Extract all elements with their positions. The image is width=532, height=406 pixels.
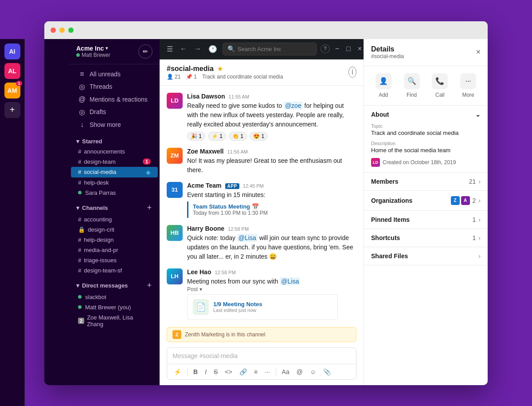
channel-item-sara-parras[interactable]: Sara Parras <box>71 188 158 198</box>
channel-item-media-and-pr[interactable]: # media-and-pr <box>71 245 158 255</box>
back-icon[interactable]: ← <box>178 43 189 55</box>
maximize-window-button[interactable] <box>68 28 74 33</box>
topic-value: Track and coordinate social media <box>371 130 481 136</box>
compose-button[interactable]: ✏ <box>138 44 153 59</box>
sidebar-item-threads[interactable]: ◎ Threads <box>71 80 158 93</box>
strikethrough-button[interactable]: S <box>211 367 220 377</box>
call-action-button[interactable]: 📞 Call <box>432 73 448 98</box>
members-row[interactable]: Members 21 › <box>364 173 488 191</box>
channel-item-help-desk[interactable]: # help-desk <box>71 177 158 188</box>
reaction-item[interactable]: 😍 1 <box>250 132 268 141</box>
channel-item-triage-issues[interactable]: # triage-issues <box>71 255 158 265</box>
channel-item-design-team-sf[interactable]: # design-team-sf <box>71 265 158 276</box>
add-dm-button[interactable]: + <box>146 281 153 290</box>
hash-icon: # <box>78 148 81 155</box>
message-text: Quick note: today @Lisa will join our te… <box>187 233 356 261</box>
zenith-icon: Z <box>172 330 181 339</box>
minimize-icon[interactable]: − <box>333 43 341 55</box>
emoji-button[interactable]: ☺ <box>308 367 318 377</box>
event-time: Today from 1:00 PM to 1:30 PM <box>193 210 352 216</box>
message-time: 12:45 PM <box>243 183 264 189</box>
sidebar-nav: ≡ All unreads ◎ Threads @ Mentions & rea… <box>69 64 160 134</box>
dm-item-slackbot[interactable]: slackbot <box>71 292 158 302</box>
find-action-button[interactable]: 🔍 Find <box>404 73 420 98</box>
sidebar-item-mentions[interactable]: @ Mentions & reactions <box>71 93 158 106</box>
shortcuts-row[interactable]: Shortcuts 1 › <box>364 229 488 247</box>
org-badges: Z A <box>451 196 470 205</box>
file-info: 1/9 Meeting Notes Last edited just now <box>213 301 332 313</box>
message-input[interactable] <box>167 348 356 364</box>
message-text: Really need to give some kudos to @zoe f… <box>187 101 356 129</box>
maximize-icon[interactable]: □ <box>344 43 352 55</box>
sidebar-item-drafts[interactable]: ◎ Drafts <box>71 106 158 118</box>
shared-files-row[interactable]: Shared Files › <box>364 247 488 265</box>
list-button[interactable]: ≡ <box>252 367 260 377</box>
topic-field: Topic Track and coordinate social media <box>371 123 481 136</box>
org-badge-1: Z <box>451 196 460 205</box>
details-header: Details #social-media × <box>364 39 488 66</box>
forward-icon[interactable]: → <box>192 43 203 55</box>
italic-button[interactable]: I <box>203 367 209 377</box>
search-bar[interactable]: 🔍 <box>223 43 317 55</box>
channel-item-design-team[interactable]: # design-team 1 <box>71 157 158 167</box>
close-app-icon[interactable]: × <box>356 43 364 55</box>
details-actions: 👤 Add 🔍 Find 📞 Call ··· More <box>364 66 488 106</box>
file-name[interactable]: 1/9 Meeting Notes <box>213 301 332 307</box>
sidebar-item-all-unreads[interactable]: ≡ All unreads <box>71 68 158 80</box>
search-input[interactable] <box>238 43 312 55</box>
history-icon[interactable]: 🕐 <box>207 43 219 55</box>
post-label[interactable]: Post ▾ <box>187 286 356 292</box>
dm-section-header[interactable]: ▾ Direct messages + <box>69 279 160 292</box>
dm-item-matt-brewer[interactable]: Matt Brewer (you) <box>71 302 158 312</box>
channel-item-social-media[interactable]: # social-media ◈ <box>71 167 158 177</box>
channels-section-header[interactable]: ▾ Channels + <box>69 201 160 214</box>
code-button[interactable]: <> <box>223 367 234 377</box>
channel-item-design-crit[interactable]: 🔒 design-crit <box>71 225 158 235</box>
avatar: ZM <box>167 148 183 164</box>
more-formatting-button[interactable]: ··· <box>262 367 272 377</box>
app-badge: APP <box>225 183 239 189</box>
toolbar-separator <box>276 368 276 375</box>
close-window-button[interactable] <box>51 28 56 33</box>
about-toggle[interactable]: About ⌄ <box>364 106 488 123</box>
chevron-right-icon: › <box>478 234 481 241</box>
text-size-button[interactable]: Aa <box>280 367 292 377</box>
pinned-items-row[interactable]: Pinned Items 1 › <box>364 211 488 229</box>
message-body: Harry Boone 12:58 PM Quick note: today @… <box>187 225 356 261</box>
starred-section-header[interactable]: ▾ Starred <box>69 136 160 146</box>
hamburger-icon[interactable]: ☰ <box>165 43 175 55</box>
reaction-item[interactable]: ⚡ 1 <box>208 132 226 141</box>
bold-button[interactable]: B <box>191 367 200 377</box>
channel-item-announcements[interactable]: # announcements <box>71 146 158 157</box>
link-button[interactable]: 🔗 <box>237 367 249 377</box>
dm-item-zoe-lisa[interactable]: 2 Zoe Maxwell, Lisa Zhang <box>71 312 158 329</box>
reaction-item[interactable]: 🎉 1 <box>187 132 205 141</box>
channel-item-accounting[interactable]: # accounting <box>71 214 158 225</box>
lightning-button[interactable]: ⚡ <box>172 367 184 377</box>
avatar: LD <box>167 93 183 109</box>
details-close-button[interactable]: × <box>476 47 481 57</box>
organizations-row[interactable]: Organizations Z A 2 › <box>364 191 488 211</box>
minimize-window-button[interactable] <box>59 28 65 33</box>
sidebar-item-show-more[interactable]: ↓ Show more <box>71 118 158 131</box>
channel-item-help-design[interactable]: # help-design <box>71 235 158 245</box>
attach-button[interactable]: 📎 <box>321 367 333 377</box>
channel-title: #social-media ★ <box>167 65 283 73</box>
chevron-right-icon: › <box>478 178 481 185</box>
more-action-button[interactable]: ··· More <box>460 73 476 98</box>
add-action-icon: 👤 <box>376 73 391 89</box>
hash-icon: # <box>78 179 81 186</box>
mention: @zoe <box>284 102 303 110</box>
mention-button[interactable]: @ <box>294 367 305 377</box>
help-icon[interactable]: ? <box>321 44 330 53</box>
reaction-item[interactable]: 👏 1 <box>229 132 247 141</box>
hash-icon: # <box>78 247 81 253</box>
workspace-info[interactable]: Acme Inc ▾ Matt Brewer <box>76 45 110 58</box>
message-author: Zoe Maxwell <box>187 148 223 155</box>
star-icon[interactable]: ★ <box>217 65 223 72</box>
more-action-label: More <box>462 92 474 98</box>
created-by: LD Created on October 18th, 2019 <box>371 158 481 167</box>
info-icon[interactable]: i <box>348 67 356 78</box>
add-action-button[interactable]: 👤 Add <box>376 73 391 98</box>
add-channel-button[interactable]: + <box>146 203 153 213</box>
